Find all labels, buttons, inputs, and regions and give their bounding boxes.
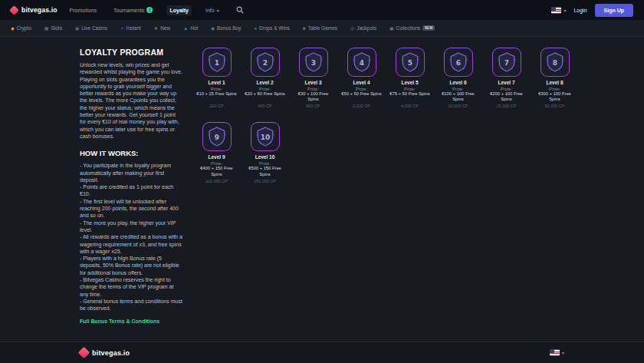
prize-value: €400 + 150 Free Spins: [195, 166, 238, 177]
cp-requirement: 100,000 CP: [205, 179, 228, 183]
nav-item-label: Loyalty: [169, 8, 189, 13]
top-navbar: bitvegas.io Promotions Tournaments 1 Loy…: [0, 0, 644, 20]
us-flag-icon: [551, 7, 561, 14]
level-badge-frame: 6: [444, 48, 473, 77]
category-label: Table Games: [308, 25, 337, 31]
nav-item[interactable]: Tournaments 1: [110, 5, 156, 15]
level-badge: 8: [541, 48, 569, 76]
category-item[interactable]: ▣ Collections NEW: [389, 25, 435, 31]
nav-item-label: Tournaments: [113, 8, 144, 13]
svg-text:3: 3: [310, 59, 315, 67]
new-badge: NEW: [422, 25, 435, 31]
main-content: LOYALTY PROGRAM Unlock new levels, win p…: [0, 37, 644, 342]
signup-button[interactable]: Sign Up: [595, 4, 633, 17]
svg-text:10: 10: [260, 134, 270, 141]
level-card: 4 Level 4 Prize: €50 + 50 Free Spins 2,0…: [340, 48, 383, 108]
levels-grid: 1 Level 1 Prize: €10 + 25 Free Spins 200…: [195, 48, 577, 342]
level-name: Level 9: [208, 154, 225, 160]
nav-item[interactable]: Promotions: [67, 5, 100, 15]
nav-links: Promotions Tournaments 1 Loyalty Info ▾: [67, 5, 222, 15]
level-name: Level 3: [304, 80, 321, 85]
prize-value: €30 + 100 Free Spins: [291, 91, 335, 102]
language-picker[interactable]: ▾: [551, 7, 566, 14]
prize-value: €75 + 50 Free Spins: [388, 91, 431, 102]
level-badge: 7: [493, 48, 521, 76]
shield-badge-icon: 10: [254, 125, 277, 148]
svg-text:6: 6: [455, 59, 460, 67]
svg-text:7: 7: [504, 59, 508, 67]
level-card: 10 Level 10 Prize: €500 + 150 Free Spins…: [243, 122, 287, 183]
prize-value: €50 + 50 Free Spins: [340, 91, 383, 102]
level-badge-frame: 2: [251, 48, 280, 77]
category-item[interactable]: ♣ Table Games: [303, 25, 337, 31]
cp-requirement: 50,000 CP: [545, 104, 565, 108]
level-card: 8 Level 8 Prize: €300 + 100 Free Spins 5…: [533, 48, 577, 108]
shield-badge-icon: 7: [495, 51, 518, 74]
category-item[interactable]: ⚡ Instant: [120, 25, 141, 31]
category-item[interactable]: ◉ Live Casino: [75, 25, 107, 31]
search-icon[interactable]: [236, 6, 244, 14]
category-label: New: [160, 25, 170, 31]
category-item[interactable]: ▲ Hot: [183, 25, 198, 31]
brand-gem-icon: [78, 347, 90, 359]
category-label: Collections: [396, 25, 421, 31]
shield-badge-icon: 6: [447, 51, 470, 74]
category-item[interactable]: ● Drops & Wins: [254, 25, 289, 31]
level-card: 1 Level 1 Prize: €10 + 25 Free Spins 200…: [195, 48, 238, 108]
level-badge-frame: 3: [299, 48, 328, 77]
intro-text: Unlock new levels, win prizes and get re…: [80, 61, 182, 140]
bonus-buy-icon: ◆: [211, 26, 215, 31]
live-casino-icon: ◉: [75, 26, 79, 31]
footer-language-picker[interactable]: ▾: [550, 349, 564, 356]
level-name: Level 1: [208, 80, 225, 85]
category-item[interactable]: ★ New: [154, 25, 170, 31]
cp-requirement: 25,000 CP: [497, 104, 517, 108]
page-title: LOYALTY PROGRAM: [80, 48, 182, 57]
svg-text:4: 4: [359, 59, 363, 67]
level-badge-frame: 4: [347, 48, 376, 77]
level-badge: 2: [251, 48, 279, 76]
login-button[interactable]: Login: [573, 8, 586, 13]
shield-badge-icon: 3: [302, 51, 325, 74]
level-name: Level 8: [546, 80, 563, 85]
level-badge: 9: [203, 123, 231, 150]
level-name: Level 4: [353, 80, 370, 85]
level-badge: 4: [348, 48, 376, 76]
category-item[interactable]: ◆ Bonus Buy: [211, 25, 241, 31]
level-card: 6 Level 6 Prize: €100 + 100 Free Spins 1…: [436, 48, 480, 108]
how-it-works-item: Points are credited as 1 point for each …: [80, 183, 182, 198]
footer-brand-logo[interactable]: bitvegas.io: [80, 348, 130, 357]
nav-item[interactable]: Info ▾: [202, 5, 222, 15]
level-name: Level 2: [256, 80, 273, 85]
hot-icon: ▲: [183, 26, 188, 31]
slots-icon: ▦: [44, 26, 49, 31]
level-name: Level 5: [401, 80, 418, 85]
brand-logo[interactable]: bitvegas.io: [11, 6, 58, 14]
category-label: Hot: [190, 25, 198, 31]
level-card: 3 Level 3 Prize: €30 + 100 Free Spins 90…: [291, 48, 335, 108]
shield-badge-icon: 4: [350, 51, 373, 74]
level-badge: 1: [203, 48, 231, 76]
level-badge-frame: 7: [492, 48, 521, 77]
collections-icon: ▣: [389, 26, 394, 31]
notification-badge: 1: [146, 7, 153, 13]
level-badge: 10: [251, 123, 279, 150]
level-badge: 6: [445, 48, 472, 76]
navbar-right: ▾ Login Sign Up: [551, 4, 633, 17]
cp-requirement: 4,000 CP: [401, 104, 419, 108]
bonus-terms-link[interactable]: Full Bonus Terms & Conditions: [80, 318, 159, 324]
crypto-icon: ◆: [11, 26, 15, 31]
nav-item-label: Promotions: [70, 8, 97, 13]
category-bar: ◆ Crypto ▦ Slots ◉ Live Casino ⚡ Instant…: [0, 20, 644, 37]
category-item[interactable]: ▦ Slots: [44, 25, 62, 31]
category-item[interactable]: ◆ Crypto: [11, 25, 31, 31]
category-item[interactable]: ◎ Jackpots: [350, 25, 376, 31]
level-name: Level 10: [255, 154, 275, 160]
shield-badge-icon: 1: [205, 51, 228, 74]
prize-value: €200 + 100 Free Spins: [485, 91, 528, 102]
nav-item[interactable]: Loyalty: [166, 5, 192, 15]
svg-text:8: 8: [552, 59, 557, 67]
level-badge-frame: 1: [202, 48, 232, 77]
level-card: 7 Level 7 Prize: €200 + 100 Free Spins 2…: [485, 48, 528, 108]
how-it-works-item: The first level will be unlocked after r…: [80, 198, 182, 219]
